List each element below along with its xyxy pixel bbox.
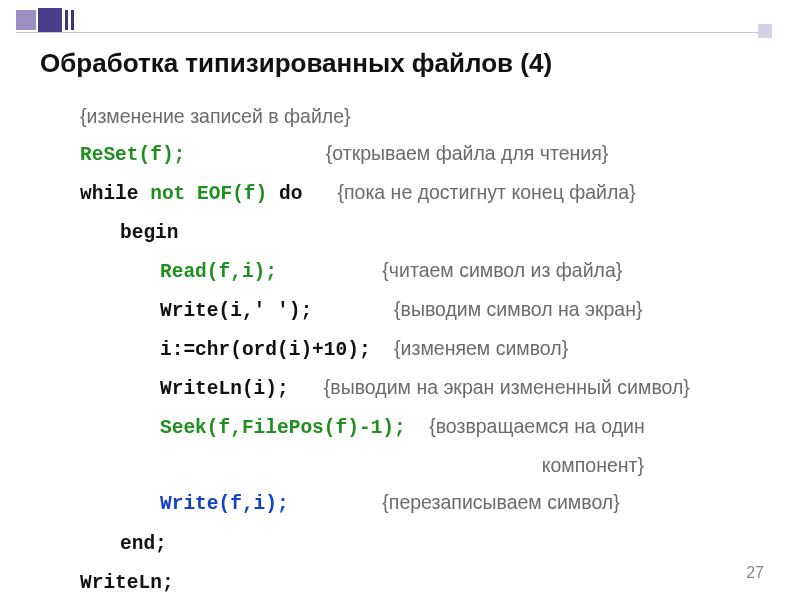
code-reset: ReSet(f); [80,144,185,166]
code-writef: Write(f,i); [160,493,289,515]
deco-bar-2 [71,10,74,30]
comment-seek-a: {возвращаемся на один [429,415,645,437]
comment-read: {читаем символ из файла} [382,259,622,281]
code-writeln: WriteLn(i); [160,378,289,400]
comment-seek-b: компонент} [542,454,644,476]
kw-begin: begin [120,222,179,244]
slide-title: Обработка типизированных файлов (4) [40,48,552,79]
deco-square-light [16,10,36,30]
code-line-writeln: WriteLn(i); {выводим на экран измененный… [80,369,764,408]
deco-square-dark [38,8,62,32]
code-line-while: while not EOF(f) do {пока не достигнут к… [80,174,764,213]
code-line-end: end; [80,524,764,563]
code-line-write: Write(i,' '); {выводим символ на экран} [80,291,764,330]
code-read: Read(f,i); [160,261,277,283]
code-chr: i:=chr(ord(i)+10); [160,339,371,361]
code-line-read: Read(f,i); {читаем символ из файла} [80,252,764,291]
code-line-begin: begin [80,213,764,252]
comment-text: {изменение записей в файле} [80,105,351,127]
code-line-chr: i:=chr(ord(i)+10); {изменяем символ} [80,330,764,369]
comment-chr: {изменяем символ} [394,337,568,359]
comment-line: {изменение записей в файле} [80,98,764,135]
code-line-writeln2: WriteLn; [80,563,764,600]
comment-writef: {перезаписываем символ} [382,491,619,513]
kw-end: end; [120,533,167,555]
kw-while: while [80,183,150,205]
code-line-seek: Seek(f,FilePos(f)-1); {возвращаемся на о… [80,408,764,447]
code-writeln2: WriteLn; [80,572,174,594]
comment-reset: {открываем файла для чтения} [326,142,609,164]
comment-writeln: {выводим на экран измененный символ} [324,376,690,398]
page-number: 27 [746,564,764,582]
code-write: Write(i,' '); [160,300,312,322]
code-line-writef: Write(f,i); {перезаписываем символ} [80,484,764,523]
comment-write: {выводим символ на экран} [394,298,642,320]
deco-bar-1 [65,10,68,30]
code-line-reset: ReSet(f); {открываем файла для чтения} [80,135,764,174]
horizontal-rule [16,32,764,33]
expr-noteof: not EOF(f) [150,183,267,205]
slide-body: {изменение записей в файле} ReSet(f); {о… [80,98,764,600]
kw-do: do [267,183,302,205]
code-seek: Seek(f,FilePos(f)-1); [160,417,406,439]
slide-decoration [16,10,74,32]
comment-while: {пока не достигнут конец файла} [337,181,635,203]
comment-seek-continuation: компонент} [80,447,764,484]
